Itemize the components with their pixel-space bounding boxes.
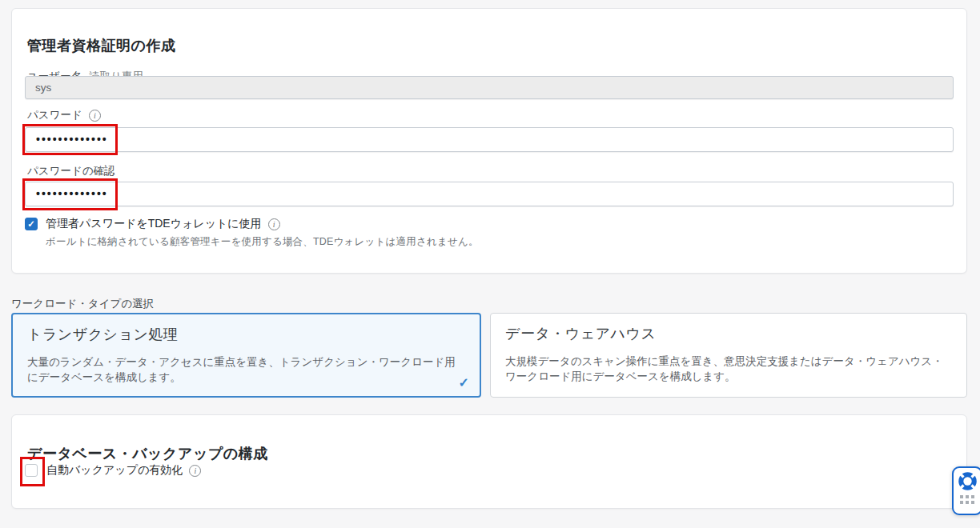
backup-section-title: データベース・バックアップの構成: [27, 444, 268, 463]
workload-type-label: ワークロード・タイプの選択: [11, 297, 154, 311]
workload-card-description: 大規模データのスキャン操作に重点を置き、意思決定支援またはデータ・ウェアハウス・…: [505, 354, 947, 384]
auto-backup-label: 自動バックアップの有効化: [46, 463, 183, 478]
password-confirm-input[interactable]: •••••••••••••: [25, 182, 954, 206]
password-label-row: パスワード i: [27, 108, 101, 122]
workload-card-data-warehouse[interactable]: データ・ウェアハウス 大規模データのスキャン操作に重点を置き、意思決定支援または…: [490, 313, 967, 398]
tde-wallet-helper-text: ボールトに格納されている顧客管理キーを使用する場合、TDEウォレットは適用されま…: [46, 235, 479, 249]
tde-wallet-checkbox[interactable]: ✓: [25, 218, 38, 230]
dot: [966, 495, 969, 498]
highlight-box-password-confirm: [22, 178, 118, 210]
admin-credentials-panel: 管理者資格証明の作成 ユーザー名 読取り専用 パスワード i •••••••••…: [11, 8, 967, 274]
dot: [960, 501, 963, 504]
dot: [971, 495, 974, 498]
help-widget[interactable]: [952, 466, 980, 515]
username-input: [25, 76, 954, 99]
password-input[interactable]: •••••••••••••: [25, 127, 954, 152]
dot: [966, 501, 969, 504]
workload-card-title: データ・ウェアハウス: [505, 324, 952, 343]
drag-handle-dots[interactable]: [960, 495, 974, 504]
backup-config-panel: データベース・バックアップの構成 自動バックアップの有効化 i: [11, 414, 967, 509]
highlight-box-auto-backup: [20, 457, 45, 486]
workload-card-description: 大量のランダム・データ・アクセスに重点を置き、トランザクション・ワークロード用に…: [27, 354, 465, 385]
password-confirm-label: パスワードの確認: [27, 164, 115, 178]
workload-card-title: トランザクション処理: [27, 325, 465, 344]
tde-wallet-row: ✓ 管理者パスワードをTDEウォレットに使用 i: [25, 217, 280, 231]
password-label: パスワード: [27, 108, 82, 122]
highlight-box-password: [22, 124, 118, 155]
password-confirm-label-row: パスワードの確認: [27, 164, 115, 178]
workload-cards-row: トランザクション処理 大量のランダム・データ・アクセスに重点を置き、トランザクシ…: [11, 313, 967, 398]
info-icon[interactable]: i: [268, 218, 280, 230]
dot: [971, 501, 974, 504]
lifebuoy-icon[interactable]: [957, 470, 978, 492]
dot: [960, 495, 963, 498]
page-title: 管理者資格証明の作成: [27, 36, 175, 55]
selected-check-icon: ✓: [459, 375, 469, 390]
tde-wallet-label: 管理者パスワードをTDEウォレットに使用: [46, 217, 262, 231]
auto-backup-row: 自動バックアップの有効化 i: [25, 463, 201, 478]
workload-card-transaction-processing[interactable]: トランザクション処理 大量のランダム・データ・アクセスに重点を置き、トランザクシ…: [11, 313, 481, 398]
info-icon[interactable]: i: [89, 110, 101, 122]
info-icon[interactable]: i: [189, 465, 201, 477]
